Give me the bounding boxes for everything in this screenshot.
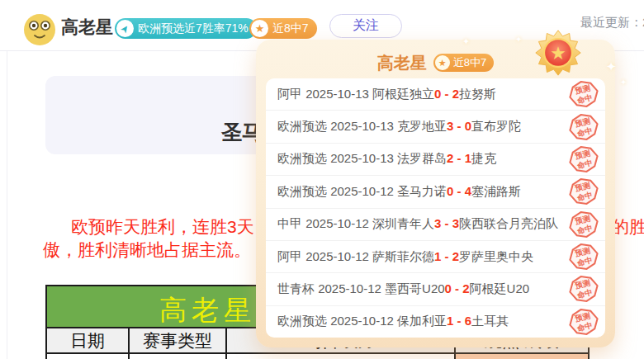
avatar[interactable] — [23, 13, 56, 46]
prediction-row: 世青杯 2025-10-12 墨西哥U200 - 2阿根廷U20 预测命中 — [266, 273, 605, 305]
prediction-row: 阿甲 2025-10-13 阿根廷独立0 - 2拉努斯 预测命中 — [266, 78, 605, 111]
summary-line2: 傲，胜利清晰地占据主流。 — [43, 239, 251, 262]
last-update-text: 最近更新：2 — [580, 15, 644, 31]
prediction-hit-stamp-icon: 预测命中 — [566, 110, 603, 144]
body-cell-teams — [226, 353, 455, 359]
page: 高老星 ➤ 欧洲预选近7胜率71% ★ 近8中7 关注 最近更新：2 圣马 欧预… — [0, 0, 644, 359]
prediction-row: 欧洲预选 2025-10-13 法罗群岛2 - 1捷克 预测命中 — [266, 144, 605, 176]
gold-medal-icon: ★ — [534, 29, 582, 77]
svg-text:★: ★ — [550, 43, 566, 64]
follow-button[interactable]: 关注 — [329, 14, 402, 38]
popup-title: 高老星 — [377, 52, 427, 74]
prediction-hit-stamp-icon: 预测命中 — [566, 174, 603, 209]
prediction-text: 阿甲 2025-10-12 萨斯菲尔德1 - 2罗萨里奥中央 — [277, 249, 533, 265]
content-left-border — [7, 51, 7, 359]
body-cell-league — [129, 353, 226, 359]
prediction-hit-stamp-icon: 预测命中 — [566, 239, 603, 274]
tipster-name: 高老星 — [61, 16, 113, 39]
popup-hits-badge: ★ 近8中7 — [433, 54, 494, 72]
table-banner-title: 高老星 — [159, 292, 256, 329]
prediction-row: 中甲 2025-10-12 深圳青年人3 - 3陕西联合月亮泊队 预测命中 — [266, 209, 605, 241]
star-icon: ★ — [251, 20, 268, 37]
prediction-hit-stamp-icon: 预测命中 — [566, 305, 603, 338]
prediction-text: 欧洲预选 2025-10-13 克罗地亚3 - 0直布罗陀 — [277, 119, 521, 135]
prediction-hit-stamp-icon: 预测命中 — [566, 207, 603, 242]
sparkle-icon: ✦ — [620, 78, 627, 87]
body-cell-date — [46, 353, 129, 359]
prediction-text: 欧洲预选 2025-10-13 法罗群岛2 - 1捷克 — [277, 151, 496, 167]
hits-badge-label: 近8中7 — [272, 21, 309, 36]
prediction-row: 欧洲预选 2025-10-12 保加利亚1 - 6土耳其 预测命中 — [266, 306, 605, 338]
summary-line1-tail: 的胜 — [612, 215, 644, 239]
sparkle-icon: ✦ — [606, 59, 617, 74]
streak-badge: ➤ 欧洲预选近7胜率71% — [115, 18, 257, 39]
prediction-hit-stamp-icon: 预测命中 — [566, 272, 603, 307]
prediction-text: 中甲 2025-10-12 深圳青年人3 - 3陕西联合月亮泊队 — [277, 216, 558, 232]
sparkle-icon: ✦ — [462, 36, 470, 47]
body-cell-points — [455, 353, 589, 359]
table-body-row — [46, 353, 589, 359]
prediction-text: 欧洲预选 2025-10-12 保加利亚1 - 6土耳其 — [277, 314, 509, 329]
prediction-text: 世青杯 2025-10-12 墨西哥U200 - 2阿根廷U20 — [277, 281, 529, 297]
prediction-text: 欧洲预选 2025-10-12 圣马力诺0 - 4塞浦路斯 — [277, 184, 521, 200]
col-header-league: 赛事类型 — [129, 328, 226, 353]
prediction-hit-stamp-icon: 预测命中 — [566, 142, 603, 177]
popup-hits-badge-label: 近8中7 — [453, 55, 486, 70]
prediction-hit-stamp-icon: 预测命中 — [566, 78, 603, 111]
prediction-list: 阿甲 2025-10-13 阿根廷独立0 - 2拉努斯 预测命中 欧洲预选 20… — [266, 78, 605, 338]
prediction-row: 欧洲预选 2025-10-12 圣马力诺0 - 4塞浦路斯 预测命中 — [266, 176, 605, 208]
prediction-row: 欧洲预选 2025-10-13 克罗地亚3 - 0直布罗陀 预测命中 — [266, 111, 605, 143]
sparkle-icon: ✦ — [515, 35, 522, 44]
prediction-text: 阿甲 2025-10-13 阿根廷独立0 - 2拉努斯 — [277, 87, 496, 102]
hits-badge: ★ 近8中7 — [249, 18, 317, 39]
up-arrow-icon: ➤ — [116, 20, 134, 37]
col-header-date: 日期 — [46, 328, 129, 353]
star-icon: ★ — [435, 55, 450, 70]
prediction-row: 阿甲 2025-10-12 萨斯菲尔德1 - 2罗萨里奥中央 预测命中 — [266, 241, 605, 273]
streak-badge-label: 欧洲预选近7胜率71% — [138, 21, 249, 36]
recent-record-popup: 高老星 ★ 近8中7 ★ ✦ ✦ ✦ ✦ — [256, 40, 615, 347]
